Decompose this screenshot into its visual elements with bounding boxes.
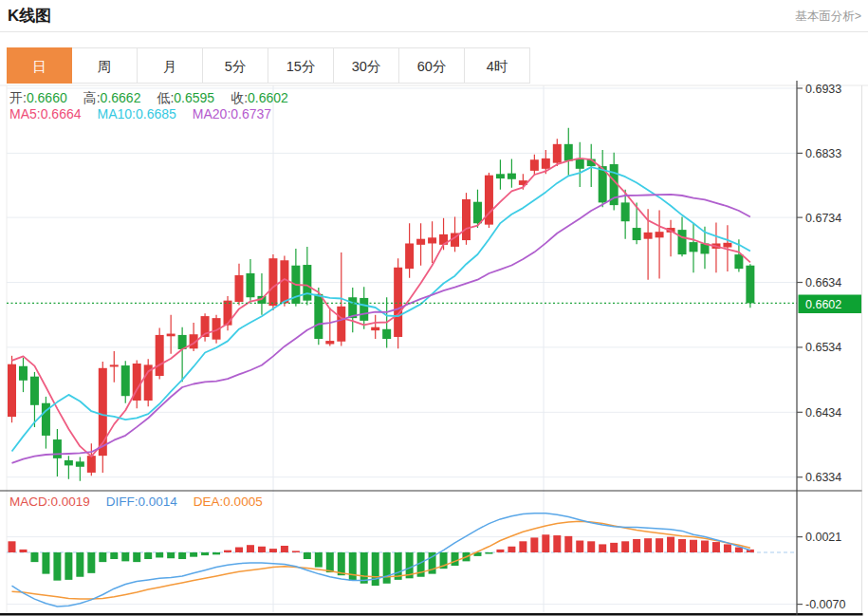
tab-period-6[interactable]: 60分 bbox=[399, 47, 465, 84]
svg-text:0.6602: 0.6602 bbox=[805, 298, 841, 311]
current-price-tag: 0.6602 bbox=[799, 295, 862, 314]
svg-text:0.6734: 0.6734 bbox=[805, 212, 841, 225]
ma-legend-item-1: MA10:0.6685 bbox=[98, 106, 176, 121]
ma-legend-item-0: MA5:0.6664 bbox=[9, 106, 82, 121]
macd-legend-item-0: MACD:0.0019 bbox=[9, 495, 90, 509]
svg-text:0.6933: 0.6933 bbox=[805, 83, 841, 96]
tab-period-3[interactable]: 5分 bbox=[203, 47, 268, 84]
svg-text:-0.0070: -0.0070 bbox=[805, 598, 845, 611]
ohlc-legend-item-0: 开:0.6660 bbox=[9, 90, 67, 105]
macd-legend-item-2: DEA:0.0005 bbox=[194, 495, 263, 509]
ohlc-legend-item-1: 高:0.6662 bbox=[83, 90, 141, 105]
svg-text:0.6634: 0.6634 bbox=[805, 276, 841, 289]
ohlc-legend-item-3: 收:0.6602 bbox=[231, 90, 288, 105]
tab-period-5[interactable]: 30分 bbox=[334, 47, 399, 84]
ohlc-legend-item-2: 低:0.6595 bbox=[157, 90, 214, 105]
ma-readout: MA5:0.6664MA10:0.6685MA20:0.6737 bbox=[9, 106, 287, 121]
tab-period-4[interactable]: 15分 bbox=[268, 47, 334, 84]
tab-period-0[interactable]: 日 bbox=[7, 47, 72, 84]
ohlc-readout: 开:0.6660高:0.6662低:0.6595收:0.6602 bbox=[9, 90, 305, 107]
chart-plot-area[interactable] bbox=[7, 85, 797, 613]
tab-period-7[interactable]: 4时 bbox=[465, 47, 530, 84]
svg-text:0.6534: 0.6534 bbox=[805, 341, 841, 354]
period-tab-bar: 日周月5分15分30分60分4时 bbox=[7, 47, 530, 84]
svg-text:0.6434: 0.6434 bbox=[805, 406, 841, 420]
svg-text:0.6833: 0.6833 bbox=[805, 147, 841, 160]
widget-header: K线图 基本面分析> bbox=[0, 0, 868, 32]
svg-text:0.0021: 0.0021 bbox=[805, 531, 841, 544]
tab-period-2[interactable]: 月 bbox=[138, 47, 203, 84]
page-title: K线图 bbox=[8, 5, 51, 27]
price-axis: 0.69330.68330.67340.66340.65340.64340.63… bbox=[797, 81, 845, 615]
macd-legend-item-1: DIFF:0.0014 bbox=[106, 495, 177, 509]
tab-period-1[interactable]: 周 bbox=[72, 47, 138, 84]
ma-legend-item-2: MA20:0.6737 bbox=[193, 106, 271, 121]
bottom-border bbox=[0, 613, 863, 616]
macd-readout: MACD:0.0019DIFF:0.0014DEA:0.0005 bbox=[9, 495, 279, 509]
svg-text:0.6334: 0.6334 bbox=[805, 471, 841, 484]
fundamental-analysis-link[interactable]: 基本面分析> bbox=[795, 9, 861, 25]
kline-widget: 0.69330.68330.67340.66340.65340.64340.63… bbox=[0, 0, 868, 616]
